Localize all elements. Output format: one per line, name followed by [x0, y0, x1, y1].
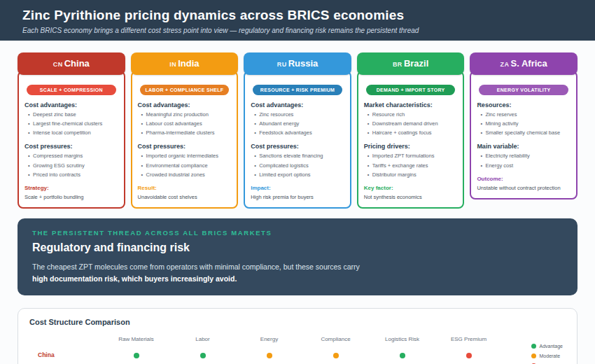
list-item: Compressed margins [28, 153, 118, 160]
comparison-table: Raw MaterialsLaborEnergyComplianceLogist… [29, 334, 566, 364]
legend-item-advantage: Advantage [531, 344, 563, 349]
card-footer-text: High risk premia for buyers [251, 194, 344, 202]
card-header-safrica: ZAS. Africa [470, 52, 578, 75]
section-list: Compressed marginsGrowing ESG scrutinyPr… [24, 153, 118, 178]
comparison-title: Cost Structure Comparison [29, 318, 566, 326]
list-item: Priced into contracts [28, 172, 118, 178]
list-item: Tariffs + exchange rates [368, 162, 458, 169]
thread-title: Regulatory and financing risk [32, 241, 563, 254]
card-header-brazil: BRBrazil [357, 52, 465, 75]
card-header-china: CNChina [18, 52, 125, 75]
card-body: DEMAND + IMPORT STORYMarket characterist… [357, 71, 465, 209]
country-name: Brazil [404, 58, 428, 69]
card-footer-label: Impact: [251, 185, 344, 191]
page-title: Zinc Pyrithione pricing dynamics across … [22, 8, 573, 23]
country-card-china: CNChinaSCALE + COMPRESSIONCost advantage… [18, 52, 125, 209]
card-section: Cost advantages:Meaningful zinc producti… [138, 102, 232, 136]
legend-dot [531, 354, 536, 358]
country-name: China [64, 58, 90, 69]
list-item: Growing ESG scrutiny [28, 162, 118, 169]
comparison-legend: AdvantageModerateChallenge [531, 344, 563, 364]
country-card-india: INIndiaLABOR + COMPLIANCE SHELFCost adva… [131, 52, 239, 209]
list-item: Haircare + coatings focus [368, 130, 458, 136]
card-body: ENERGY VOLATILITYResources:Zinc reserves… [470, 71, 578, 200]
legend-dot [531, 344, 536, 349]
country-code: ZA [500, 61, 510, 68]
list-item: Distributor margins [368, 172, 458, 178]
list-item: Downstream demand driven [368, 120, 458, 127]
column-header: Logistics Risk [369, 336, 435, 342]
rating-cell [169, 349, 236, 361]
section-list: Resource richDownstream demand drivenHai… [364, 111, 458, 136]
card-body: SCALE + COMPRESSIONCost advantages:Deepe… [18, 71, 125, 209]
section-title: Cost advantages: [24, 102, 118, 108]
main-content: CNChinaSCALE + COMPRESSIONCost advantage… [0, 52, 595, 364]
country-code: BR [393, 61, 402, 68]
column-header: Raw Materials [103, 336, 169, 342]
legend-label: Moderate [540, 354, 561, 358]
table-header-row: Raw MaterialsLaborEnergyComplianceLogist… [29, 334, 566, 345]
card-badge: ENERGY VOLATILITY [479, 85, 568, 95]
card-section: Pricing drivers:Imported ZPT formulation… [364, 143, 458, 178]
list-item: Resource rich [368, 111, 458, 118]
country-card-russia: RURussiaRESOURCE + RISK PREMIUMCost adva… [244, 52, 351, 209]
country-cards-row: CNChinaSCALE + COMPRESSIONCost advantage… [18, 52, 578, 209]
page-subtitle: Each BRICS economy brings a different co… [22, 27, 573, 34]
section-title: Pricing drivers: [364, 143, 458, 150]
list-item: Limited export options [254, 172, 344, 178]
card-header-russia: RURussia [244, 52, 351, 75]
legend-label: Advantage [540, 344, 563, 349]
card-badge: SCALE + COMPRESSION [27, 85, 116, 95]
thread-eyebrow: THE PERSISTENT THREAD ACROSS ALL BRICS M… [32, 229, 563, 237]
section-list: Zinc reservesMining activitySmaller spec… [477, 111, 570, 136]
rating-cell [103, 349, 169, 361]
list-item: Imported ZPT formulations [368, 153, 458, 160]
section-list: Meaningful zinc productionLabour cost ad… [138, 111, 232, 136]
row-country-label: China [29, 351, 103, 358]
list-item: Electricity reliability [480, 153, 570, 160]
list-item: Labour cost advantages [141, 120, 232, 127]
list-item: Pharma-intermediate clusters [141, 130, 232, 136]
rating-dot-advantage [200, 353, 206, 358]
section-list: Zinc resourcesAbundant energyFeedstock a… [251, 111, 344, 136]
list-item: Complicated logistics [254, 162, 344, 169]
section-title: Main variable: [477, 143, 570, 150]
cost-structure-comparison-panel: Cost Structure Comparison Raw MaterialsL… [18, 308, 578, 364]
persistent-thread-panel: THE PERSISTENT THREAD ACROSS ALL BRICS M… [18, 218, 578, 295]
rating-dot-advantage [400, 353, 405, 358]
section-title: Market characteristics: [364, 102, 458, 108]
list-item: Energy cost [480, 162, 570, 169]
list-item: Deepest zinc base [28, 111, 118, 118]
card-section: Market characteristics:Resource richDown… [364, 102, 458, 136]
list-item: Intense local competition [28, 130, 118, 136]
rating-dot-advantage [134, 353, 139, 358]
section-list: Deepest zinc baseLargest fine-chemical c… [24, 111, 118, 136]
card-badge: RESOURCE + RISK PREMIUM [253, 85, 342, 95]
card-footer-label: Outcome: [477, 176, 570, 182]
card-body: RESOURCE + RISK PREMIUMCost advantages:Z… [244, 71, 351, 209]
card-section: Cost pressures:Imported organic intermed… [138, 143, 232, 178]
country-card-brazil: BRBrazilDEMAND + IMPORT STORYMarket char… [357, 52, 465, 209]
list-item: Imported organic intermediates [141, 153, 232, 160]
column-header: Compliance [302, 336, 369, 342]
list-item: Zinc resources [254, 111, 344, 118]
section-title: Cost pressures: [138, 143, 232, 150]
card-section: Main variable:Electricity reliabilityEne… [477, 143, 570, 169]
list-item: Smaller specialty chemical base [480, 130, 570, 136]
list-item: Mining activity [480, 120, 570, 127]
legend-item-moderate: Moderate [531, 354, 563, 358]
card-section: Cost pressures:Compressed marginsGrowing… [24, 143, 118, 178]
section-list: Imported organic intermediatesEnvironmen… [138, 153, 232, 178]
thread-body-bold: high documentation risk, which buyers in… [32, 273, 563, 284]
list-item: Crowded industrial zones [141, 172, 232, 178]
country-name: Russia [288, 58, 318, 69]
rating-cell [369, 349, 435, 361]
card-badge: DEMAND + IMPORT STORY [366, 85, 456, 95]
section-title: Cost pressures: [251, 143, 344, 150]
country-name: India [178, 58, 199, 69]
section-title: Cost pressures: [24, 143, 118, 150]
section-list: Electricity reliabilityEnergy cost [477, 153, 570, 169]
rating-dot-moderate [333, 353, 339, 358]
country-card-safrica: ZAS. AfricaENERGY VOLATILITYResources:Zi… [470, 52, 578, 209]
list-item: Feedstock advantages [254, 130, 344, 136]
